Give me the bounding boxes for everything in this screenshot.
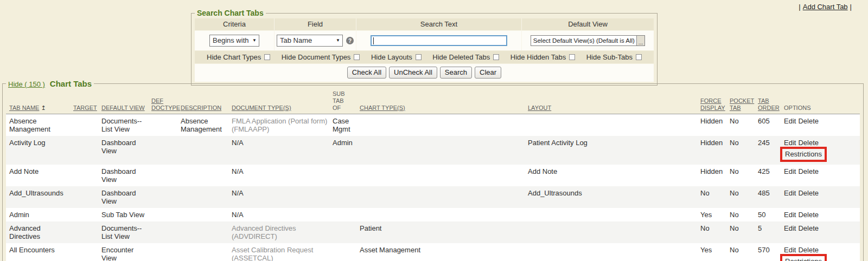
delete-link[interactable]: Delete [798, 246, 819, 254]
col-header-document_types[interactable]: DOCUMENT TYPE(S) [232, 89, 333, 114]
checkbox-label: Hide Deleted Tabs [432, 53, 490, 61]
table-row: Absence ManagementDocuments-- List ViewA… [6, 114, 860, 136]
cell-pocket_tab: No [730, 165, 758, 186]
col-header-description[interactable]: DESCRIPTION [181, 89, 232, 114]
cell-tab_name: Activity Log [6, 136, 73, 165]
checkbox[interactable] [416, 54, 422, 60]
cell-layout: Add Note [528, 165, 700, 186]
restrictions-link[interactable]: Restrictions [780, 147, 827, 162]
col-header-force_display[interactable]: FORCE DISPLAY [700, 89, 730, 114]
checkbox-label: Hide Chart Types [207, 53, 261, 61]
col-header-tab_order[interactable]: TAB ORDER [758, 89, 784, 114]
delete-link[interactable]: Delete [798, 139, 819, 147]
cell-chart_types: Patient [360, 221, 528, 243]
col-header-chart_types[interactable]: CHART TYPE(S) [360, 89, 528, 114]
col-header-sub_tab_of: SUB TAB OF [333, 89, 360, 114]
cell-sub_tab_of: Case Mgmt [333, 114, 360, 136]
edit-link[interactable]: Edit [784, 189, 796, 197]
cell-document_types: FMLA Application (Portal form) (FMLAAPP) [232, 114, 333, 136]
default-view-value: Select Default View(s) (Default is All) [531, 36, 636, 45]
cell-default_view: Dashboard View [101, 136, 151, 165]
table-row: Add_UltrasoundsDashboard ViewN/AAdd_Ultr… [6, 186, 860, 208]
col-header-target[interactable]: TARGET [73, 89, 101, 114]
browse-ellipsis-button[interactable]: ... [636, 36, 644, 45]
search-text-input[interactable] [371, 35, 507, 46]
cell-document_types: N/A [232, 165, 333, 186]
cell-description: Absence Management [181, 114, 232, 136]
col-header-tab_name[interactable]: TAB NAME↥ [6, 89, 73, 114]
help-icon[interactable]: ? [346, 37, 354, 44]
cell-layout: Add_Ultrasounds [528, 186, 700, 208]
edit-link[interactable]: Edit [784, 117, 796, 125]
cell-default_view: Documents-- List View [101, 114, 151, 136]
cell-tab_order: 5 [758, 221, 784, 243]
cell-force_display: Yes [700, 208, 730, 221]
cell-pocket_tab: No [730, 114, 758, 136]
cell-sub_tab_of [333, 186, 360, 208]
edit-link[interactable]: Edit [784, 139, 796, 147]
cell-default_view: Dashboard View [101, 165, 151, 186]
edit-link[interactable]: Edit [784, 224, 796, 232]
edit-link[interactable]: Edit [784, 167, 796, 175]
clear-button[interactable]: Clear [475, 67, 501, 79]
hide-filters-band: Hide Chart TypesHide Document TypesHide … [195, 51, 654, 63]
checkbox[interactable] [264, 54, 270, 60]
criteria-select-value: Begins with [213, 36, 248, 44]
edit-link[interactable]: Edit [784, 246, 796, 254]
cell-description [181, 221, 232, 243]
checkbox[interactable] [493, 54, 499, 60]
checkbox[interactable] [569, 54, 575, 60]
table-header-row: TAB NAME↥TARGETDEFAULT VIEWDEF DOCTYPEDE… [6, 89, 860, 114]
cell-def_doctype [151, 186, 181, 208]
cell-tab_order: 50 [758, 208, 784, 221]
restrictions-link[interactable]: Restrictions [780, 254, 827, 261]
cell-chart_types [360, 136, 528, 165]
checkbox[interactable] [636, 54, 642, 60]
uncheck-all-button[interactable]: UnCheck All [389, 67, 437, 79]
criteria-select[interactable]: Begins with ▼ [209, 35, 259, 47]
chart-tabs-legend: Hide ( 150 ) Chart Tabs [6, 79, 94, 88]
delete-link[interactable]: Delete [798, 189, 819, 197]
cell-document_types: Advanced Directives (ADVDIRECT) [232, 221, 333, 243]
add-chart-tab-link[interactable]: Add Chart Tab [803, 3, 848, 11]
cell-pocket_tab: No [730, 208, 758, 221]
cell-def_doctype [151, 165, 181, 186]
delete-link[interactable]: Delete [798, 167, 819, 175]
default-view-select[interactable]: Select Default View(s) (Default is All) … [531, 35, 645, 46]
cell-tab_name: Advanced Directives [6, 221, 73, 243]
delete-link[interactable]: Delete [798, 117, 819, 125]
cell-tab_name: Add_Ultrasounds [6, 186, 73, 208]
search-button[interactable]: Search [440, 67, 472, 79]
cell-description [181, 186, 232, 208]
col-header-layout[interactable]: LAYOUT [528, 89, 700, 114]
edit-link[interactable]: Edit [784, 211, 796, 219]
cell-def_doctype [151, 114, 181, 136]
col-header-pocket_tab[interactable]: POCKET TAB [730, 89, 758, 114]
checkbox[interactable] [354, 54, 360, 60]
field-select[interactable]: Tab Name ▼ [277, 35, 343, 47]
cell-force_display: Yes [700, 243, 730, 261]
search-chart-tabs-panel: Search Chart Tabs Criteria Field Search … [191, 9, 658, 86]
cell-def_doctype [151, 243, 181, 261]
col-header-default_view[interactable]: DEFAULT VIEW [101, 89, 151, 114]
hide-count-link[interactable]: Hide ( 150 ) [8, 80, 45, 88]
cell-tab_order: 485 [758, 186, 784, 208]
cell-sub_tab_of [333, 221, 360, 243]
cell-options: EditDelete [784, 221, 860, 243]
cell-target [73, 136, 101, 165]
delete-link[interactable]: Delete [798, 224, 819, 232]
check-all-button[interactable]: Check All [347, 67, 386, 79]
table-row: All EncountersEncounter ViewAsset Calibr… [6, 243, 860, 261]
delete-link[interactable]: Delete [798, 211, 819, 219]
cell-options: EditDelete [784, 186, 860, 208]
cell-def_doctype [151, 221, 181, 243]
cell-tab_order: 605 [758, 114, 784, 136]
cell-layout: Patient Activity Log [528, 136, 700, 165]
chart-tabs-panel: Hide ( 150 ) Chart Tabs TAB NAME↥TARGETD… [2, 79, 864, 261]
cell-tab_name: Admin [6, 208, 73, 221]
cell-sub_tab_of [333, 208, 360, 221]
cell-chart_types [360, 114, 528, 136]
col-header-def_doctype[interactable]: DEF DOCTYPE [151, 89, 181, 114]
search-text-column-header: Search Text [356, 18, 521, 30]
cell-tab_name: Absence Management [6, 114, 73, 136]
